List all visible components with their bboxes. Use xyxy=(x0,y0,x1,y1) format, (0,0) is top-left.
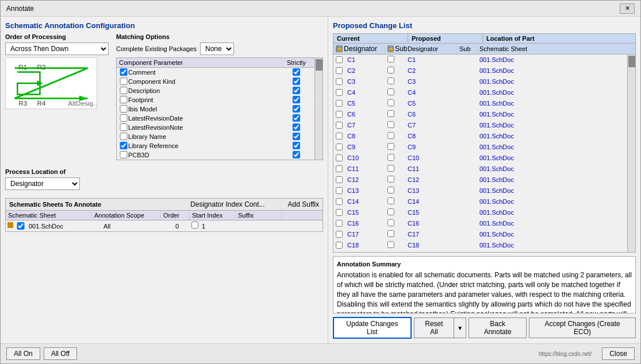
prop-current-sub-12 xyxy=(385,186,405,195)
comp-row-checkbox-5[interactable] xyxy=(119,114,128,122)
comp-row-name-5: LatestRevisionDate xyxy=(128,115,281,122)
prop-row-checkbox-0 xyxy=(333,56,345,63)
proposed-group-label: Proposed xyxy=(408,34,483,43)
prop-proposed-sub-7 xyxy=(457,135,477,137)
annotation-summary-text: Annotation is enabled for all schematic … xyxy=(337,270,632,313)
comp-row-name-1: Component Kind xyxy=(128,78,281,85)
close-button[interactable]: ✕ xyxy=(620,3,635,14)
comp-row-checkbox-6[interactable] xyxy=(119,123,128,131)
prop-row-checkbox-7 xyxy=(333,133,345,140)
comp-row-strictly-2 xyxy=(281,87,312,94)
prop-current-des-7: C8 xyxy=(345,132,385,140)
col-order-header: Order xyxy=(161,211,190,220)
prop-table-scrollbar[interactable] xyxy=(627,55,635,252)
process-location-dropdown[interactable]: Designator xyxy=(5,177,80,190)
prop-current-des-14: C15 xyxy=(345,208,385,216)
comp-table-body: Comment Component Kind Description Footp… xyxy=(117,68,314,160)
prop-current-des-15: C16 xyxy=(345,219,385,227)
svg-text:R3: R3 xyxy=(18,99,27,107)
reset-dropdown-arrow[interactable]: ▼ xyxy=(454,317,466,338)
annotation-summary-title: Annotation Summary xyxy=(337,260,632,269)
prop-current-des-9: C10 xyxy=(345,154,385,162)
prop-current-sub-17 xyxy=(385,241,405,250)
prop-proposed-sub-17 xyxy=(457,245,477,246)
prop-current-des-13: C14 xyxy=(345,198,385,206)
process-location-label: Process Location of xyxy=(5,168,323,175)
prop-location-5: 001.SchDoc xyxy=(477,110,627,118)
prop-proposed-des-10: C11 xyxy=(405,165,457,173)
order-dropdown[interactable]: Across Then Down Down Then Across xyxy=(5,42,109,55)
prop-proposed-des-12: C13 xyxy=(405,187,457,195)
prop-current-des-11: C12 xyxy=(345,176,385,184)
prop-row: C2 C2 001.SchDoc xyxy=(333,65,627,76)
prop-location-7: 001.SchDoc xyxy=(477,132,627,140)
annotation-summary: Annotation Summary Annotation is enabled… xyxy=(333,256,636,313)
prop-proposed-sub-1 xyxy=(457,70,477,71)
comp-col-strictly-header: Strictly xyxy=(281,59,312,66)
reset-all-button[interactable]: Reset All xyxy=(414,317,454,338)
comp-row-checkbox-0[interactable] xyxy=(119,68,128,76)
col-suffix-header: Suffix xyxy=(236,211,282,220)
close-dialog-button[interactable]: Close xyxy=(602,347,635,360)
prop-proposed-des-6: C7 xyxy=(405,121,457,129)
comp-table-scrollbar[interactable] xyxy=(314,58,323,160)
comp-row-name-9: PCB3D xyxy=(128,152,281,158)
comp-row-strictly-9 xyxy=(281,151,312,158)
sheet-start: 1 xyxy=(199,222,234,230)
right-section-title: Proposed Change List xyxy=(333,21,636,30)
accept-changes-button[interactable]: Accept Changes (Create ECO) xyxy=(529,317,636,338)
start-checkbox[interactable] xyxy=(191,222,198,229)
comp-row-checkbox-4[interactable] xyxy=(119,105,128,113)
prop-proposed-des-14: C15 xyxy=(405,208,457,216)
dialog-footer: All On All Off https://blog.csdn.net/ Cl… xyxy=(1,343,640,363)
prop-row: C14 C14 001.SchDoc xyxy=(333,196,627,207)
matching-options-area: Matching Options Complete Existing Packa… xyxy=(116,33,323,160)
designator-index-col-header: Designator Index Cont... xyxy=(190,200,264,208)
prop-proposed-des-16: C17 xyxy=(405,230,457,238)
prop-row: C19 C19 001.SchDoc xyxy=(333,251,627,252)
update-changes-button[interactable]: Update Changes List xyxy=(333,317,412,339)
process-location-group: Process Location of Designator xyxy=(5,168,323,190)
comp-row-checkbox-3[interactable] xyxy=(119,96,128,103)
prop-current-sub-1 xyxy=(385,66,405,75)
prop-row-checkbox-6 xyxy=(333,122,345,129)
prop-row: C17 C17 001.SchDoc xyxy=(333,229,627,240)
comp-row-checkbox-1[interactable] xyxy=(119,78,128,85)
title-bar: Annotate ✕ xyxy=(1,1,640,17)
sheet-suffix xyxy=(234,226,280,227)
prop-row: C18 C18 001.SchDoc xyxy=(333,240,627,251)
prop-row: C10 C10 001.SchDoc xyxy=(333,153,627,164)
comp-row: Comment xyxy=(117,68,314,77)
complete-packages-dropdown[interactable]: None All xyxy=(200,42,234,55)
prop-row: C13 C13 001.SchDoc xyxy=(333,185,627,196)
prop-location-6: 001.SchDoc xyxy=(477,121,627,129)
prop-current-sub-16 xyxy=(385,230,405,239)
dialog-title: Annotate xyxy=(6,5,34,13)
diagram-area: R1 R2 R3 R4 AltDe xyxy=(5,57,97,109)
prop-current-sub-11 xyxy=(385,175,405,184)
all-on-button[interactable]: All On xyxy=(6,347,40,360)
prop-proposed-sub-10 xyxy=(457,168,477,169)
prop-current-sub-15 xyxy=(385,219,405,228)
comp-row-name-7: Library Name xyxy=(128,133,281,140)
comp-row-checkbox-7[interactable] xyxy=(119,133,128,140)
comp-row: PCB3D xyxy=(117,150,314,160)
comp-row-checkbox-9[interactable] xyxy=(119,151,128,158)
prop-proposed-des-4: C5 xyxy=(405,99,457,107)
comp-row-checkbox-2[interactable] xyxy=(119,87,128,94)
sheet-name: 001.SchDoc xyxy=(26,222,101,230)
comp-row-name-2: Description xyxy=(128,87,281,94)
comp-row-strictly-7 xyxy=(281,133,312,140)
comp-row-name-8: Library Reference xyxy=(128,142,281,149)
prop-row: C6 C6 001.SchDoc xyxy=(333,109,627,120)
prop-proposed-des-11: C12 xyxy=(405,176,457,184)
prop-row: C15 C15 001.SchDoc xyxy=(333,207,627,218)
sheet-row-checkbox[interactable] xyxy=(17,222,25,230)
prop-current-sub-4 xyxy=(385,99,405,108)
all-off-button[interactable]: All Off xyxy=(44,347,77,360)
prop-proposed-des-2: C3 xyxy=(405,78,457,86)
prop-current-sub-0 xyxy=(385,55,405,64)
back-annotate-button[interactable]: Back Annotate xyxy=(469,317,527,338)
prop-location-2: 001.SchDoc xyxy=(477,78,627,86)
comp-row-checkbox-8[interactable] xyxy=(119,142,128,149)
